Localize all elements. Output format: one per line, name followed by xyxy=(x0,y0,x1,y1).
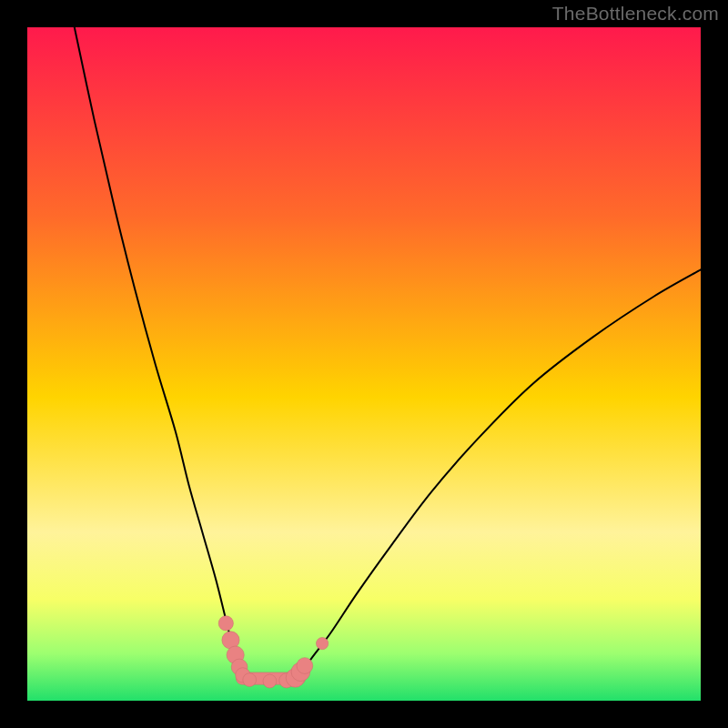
marker-dot xyxy=(263,674,277,688)
chart-frame: TheBottleneck.com xyxy=(0,0,728,728)
marker-dot xyxy=(297,658,313,674)
marker-dot xyxy=(243,673,257,687)
chart-svg xyxy=(27,27,701,701)
marker-dot xyxy=(218,616,233,631)
plot-area xyxy=(27,27,701,701)
watermark-label: TheBottleneck.com xyxy=(552,3,719,25)
marker-dot xyxy=(316,637,328,649)
gradient-background xyxy=(27,27,701,701)
